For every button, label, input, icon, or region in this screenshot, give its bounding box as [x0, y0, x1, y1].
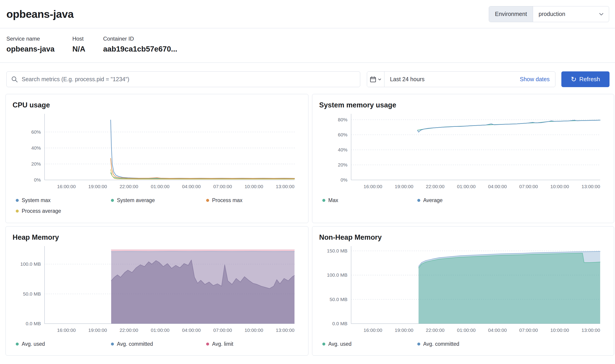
search-box — [6, 71, 360, 87]
refresh-label: Refresh — [579, 76, 600, 83]
svg-text:0.0 MB: 0.0 MB — [26, 321, 41, 326]
svg-text:40%: 40% — [338, 147, 347, 152]
legend-item[interactable]: Avg. used — [322, 341, 417, 347]
system-memory-legend: MaxAverage — [322, 197, 607, 203]
date-picker-group: Last 24 hours Show dates — [367, 71, 555, 87]
svg-text:16:00:00: 16:00:00 — [364, 327, 382, 333]
legend-item[interactable]: System average — [111, 197, 206, 203]
legend-dot-icon — [111, 199, 114, 202]
svg-text:22:00:00: 22:00:00 — [426, 184, 444, 189]
system-memory-chart[interactable]: 0%20%40%60%80%16:00:0019:00:0022:00:0001… — [319, 112, 607, 191]
search-metrics-input[interactable] — [22, 76, 355, 83]
chevron-down-icon — [598, 11, 604, 17]
svg-text:13:00:00: 13:00:00 — [276, 327, 294, 333]
svg-text:13:00:00: 13:00:00 — [581, 184, 600, 189]
legend-label: Avg. limit — [212, 341, 233, 347]
time-range-display[interactable]: Last 24 hours Show dates — [384, 72, 555, 87]
host-value: N/A — [72, 45, 85, 53]
svg-text:40%: 40% — [31, 145, 41, 151]
svg-text:07:00:00: 07:00:00 — [213, 327, 232, 333]
svg-text:10:00:00: 10:00:00 — [550, 184, 569, 189]
legend-item[interactable]: Process max — [206, 197, 301, 203]
legend-item[interactable]: Avg. committed — [417, 341, 512, 347]
svg-text:19:00:00: 19:00:00 — [395, 327, 413, 333]
heap-memory-chart[interactable]: 0.0 MB50.0 MB100.0 MB16:00:0019:00:0022:… — [13, 244, 301, 335]
legend-item[interactable]: Avg. limit — [206, 341, 301, 347]
svg-text:60%: 60% — [338, 132, 347, 137]
svg-text:60%: 60% — [31, 129, 41, 135]
service-info-bar: Service name opbeans-java Host N/A Conta… — [0, 28, 615, 63]
legend-label: Max — [328, 197, 338, 203]
legend-item[interactable]: Average — [417, 197, 512, 203]
calendar-icon — [370, 76, 376, 83]
svg-text:10:00:00: 10:00:00 — [550, 327, 569, 333]
svg-text:100.0 MB: 100.0 MB — [327, 272, 347, 278]
legend-label: System max — [22, 197, 51, 203]
environment-filter: Environment production — [489, 6, 609, 22]
refresh-icon: ↻ — [571, 76, 576, 83]
container-id-value: aab19ca1cb57e670... — [103, 45, 177, 53]
svg-text:0%: 0% — [34, 177, 41, 182]
legend-item[interactable]: Avg. used — [16, 341, 111, 347]
legend-label: Avg. used — [22, 341, 45, 347]
host-block: Host N/A — [72, 36, 85, 53]
time-range-value: Last 24 hours — [390, 76, 425, 83]
chart-title: Heap Memory — [13, 233, 301, 242]
page-title: opbeans-java — [6, 8, 73, 20]
environment-selected-value: production — [539, 11, 565, 17]
legend-item[interactable]: Max — [322, 197, 417, 203]
legend-dot-icon — [322, 343, 325, 346]
svg-text:01:00:00: 01:00:00 — [457, 184, 476, 189]
svg-text:22:00:00: 22:00:00 — [120, 184, 138, 189]
legend-item[interactable]: Process average — [16, 208, 111, 214]
legend-label: Avg. used — [328, 341, 352, 347]
svg-text:04:00:00: 04:00:00 — [488, 184, 507, 189]
svg-text:07:00:00: 07:00:00 — [519, 184, 538, 189]
environment-select[interactable]: production — [533, 6, 609, 22]
heap-memory-legend: Avg. usedAvg. committedAvg. limit — [16, 341, 301, 347]
svg-text:10:00:00: 10:00:00 — [245, 327, 263, 333]
svg-text:04:00:00: 04:00:00 — [488, 327, 507, 333]
svg-text:50.0 MB: 50.0 MB — [23, 291, 41, 297]
svg-text:22:00:00: 22:00:00 — [426, 327, 444, 333]
chart-title: Non-Heap Memory — [319, 233, 607, 242]
cpu-usage-chart[interactable]: 0%20%40%60%16:00:0019:00:0022:00:0001:00… — [13, 112, 301, 191]
non-heap-memory-chart[interactable]: 0.0 MB50.0 MB100.0 MB150.0 MB16:00:0019:… — [319, 244, 607, 335]
service-name-block: Service name opbeans-java — [6, 36, 55, 53]
svg-text:04:00:00: 04:00:00 — [182, 184, 201, 189]
system-memory-panel: System memory usage 0%20%40%60%80%16:00:… — [312, 94, 614, 223]
show-dates-button[interactable]: Show dates — [520, 76, 550, 83]
heap-memory-panel: Heap Memory 0.0 MB50.0 MB100.0 MB16:00:0… — [5, 226, 308, 356]
service-name-label: Service name — [6, 36, 55, 42]
metrics-chart-grid: CPU usage 0%20%40%60%16:00:0019:00:0022:… — [5, 94, 610, 356]
legend-label: Process average — [22, 208, 61, 214]
svg-text:01:00:00: 01:00:00 — [151, 327, 170, 333]
legend-item[interactable]: Avg. committed — [111, 341, 206, 347]
service-name-value: opbeans-java — [6, 45, 55, 53]
environment-label: Environment — [489, 6, 533, 22]
svg-text:13:00:00: 13:00:00 — [276, 184, 294, 189]
non-heap-memory-panel: Non-Heap Memory 0.0 MB50.0 MB100.0 MB150… — [312, 226, 614, 356]
legend-label: System average — [117, 197, 155, 203]
svg-text:19:00:00: 19:00:00 — [88, 184, 107, 189]
date-quick-select-button[interactable] — [367, 72, 384, 87]
cpu-usage-legend: System maxSystem averageProcess maxProce… — [16, 197, 301, 214]
legend-dot-icon — [417, 199, 420, 202]
legend-label: Avg. committed — [117, 341, 153, 347]
svg-text:20%: 20% — [31, 161, 41, 167]
legend-dot-icon — [206, 343, 209, 346]
svg-text:0%: 0% — [341, 177, 347, 182]
legend-dot-icon — [111, 343, 114, 346]
legend-dot-icon — [16, 210, 19, 213]
svg-text:22:00:00: 22:00:00 — [120, 327, 138, 333]
legend-label: Avg. committed — [423, 341, 459, 347]
chart-title: System memory usage — [319, 101, 607, 109]
legend-label: Average — [423, 197, 443, 203]
metrics-toolbar: Last 24 hours Show dates ↻ Refresh — [6, 71, 610, 87]
refresh-button[interactable]: ↻ Refresh — [561, 71, 610, 87]
non-heap-memory-legend: Avg. usedAvg. committed — [322, 341, 607, 347]
svg-text:07:00:00: 07:00:00 — [519, 327, 538, 333]
page-header: opbeans-java Environment production — [0, 0, 615, 28]
svg-text:80%: 80% — [338, 117, 347, 122]
legend-item[interactable]: System max — [16, 197, 111, 203]
